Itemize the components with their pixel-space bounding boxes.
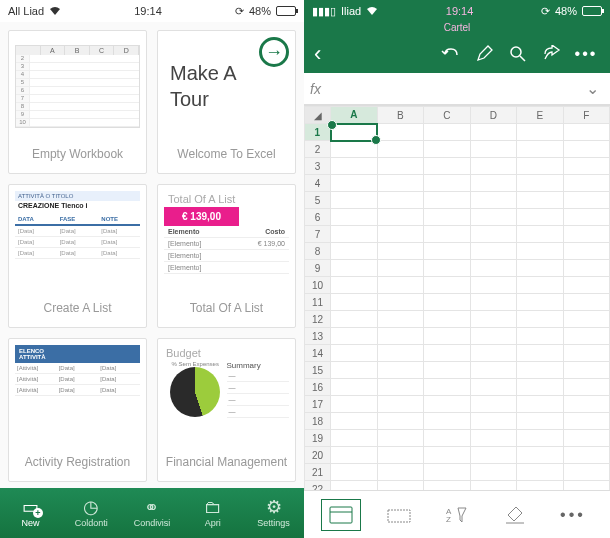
share-button[interactable] (538, 40, 566, 68)
row-header-4[interactable]: 4 (305, 175, 331, 192)
row-header-15[interactable]: 15 (305, 362, 331, 379)
cell-C6[interactable] (424, 209, 471, 226)
cell-E1[interactable] (517, 124, 564, 141)
row-header-19[interactable]: 19 (305, 430, 331, 447)
cell-D14[interactable] (470, 345, 517, 362)
cell-C10[interactable] (424, 277, 471, 294)
row-header-17[interactable]: 17 (305, 396, 331, 413)
cell-E10[interactable] (517, 277, 564, 294)
cell-E6[interactable] (517, 209, 564, 226)
cell-E17[interactable] (517, 396, 564, 413)
cell-A19[interactable] (331, 430, 378, 447)
cell-E9[interactable] (517, 260, 564, 277)
cell-A18[interactable] (331, 413, 378, 430)
cell-C14[interactable] (424, 345, 471, 362)
cell-A21[interactable] (331, 464, 378, 481)
cell-D1[interactable] (470, 124, 517, 141)
row-header-3[interactable]: 3 (305, 158, 331, 175)
cell-C11[interactable] (424, 294, 471, 311)
cell-B15[interactable] (377, 362, 424, 379)
cell-E15[interactable] (517, 362, 564, 379)
cell-D11[interactable] (470, 294, 517, 311)
cell-A3[interactable] (331, 158, 378, 175)
cell-B1[interactable] (377, 124, 424, 141)
cell-C17[interactable] (424, 396, 471, 413)
cell-B20[interactable] (377, 447, 424, 464)
cell-B12[interactable] (377, 311, 424, 328)
row-header-10[interactable]: 10 (305, 277, 331, 294)
cell-A7[interactable] (331, 226, 378, 243)
cell-A1[interactable] (331, 124, 378, 141)
cell-A8[interactable] (331, 243, 378, 260)
cell-E14[interactable] (517, 345, 564, 362)
cell-B6[interactable] (377, 209, 424, 226)
cell-E12[interactable] (517, 311, 564, 328)
cell-C20[interactable] (424, 447, 471, 464)
row-header-12[interactable]: 12 (305, 311, 331, 328)
tab-new[interactable]: ▭ New (0, 488, 61, 538)
cell-D8[interactable] (470, 243, 517, 260)
col-header-D[interactable]: D (470, 107, 517, 124)
col-header-A[interactable]: A (331, 107, 378, 124)
cell-C1[interactable] (424, 124, 471, 141)
cell-D12[interactable] (470, 311, 517, 328)
row-header-11[interactable]: 11 (305, 294, 331, 311)
cell-B18[interactable] (377, 413, 424, 430)
cell-D7[interactable] (470, 226, 517, 243)
cell-B7[interactable] (377, 226, 424, 243)
row-header-9[interactable]: 9 (305, 260, 331, 277)
cell-E20[interactable] (517, 447, 564, 464)
col-header-F[interactable]: F (563, 107, 610, 124)
tab-shared[interactable]: ⚭ Condivisi (122, 488, 183, 538)
cell-E5[interactable] (517, 192, 564, 209)
cell-C4[interactable] (424, 175, 471, 192)
template-welcome-tour[interactable]: Make A Tour → Welcome To Excel (157, 30, 296, 174)
cell-F14[interactable] (563, 345, 610, 362)
cell-A14[interactable] (331, 345, 378, 362)
cell-A17[interactable] (331, 396, 378, 413)
row-header-18[interactable]: 18 (305, 413, 331, 430)
chevron-down-icon[interactable]: ⌄ (580, 79, 604, 98)
cell-B21[interactable] (377, 464, 424, 481)
cell-F20[interactable] (563, 447, 610, 464)
cell-F13[interactable] (563, 328, 610, 345)
tab-open[interactable]: 🗀 Apri (182, 488, 243, 538)
cell-C5[interactable] (424, 192, 471, 209)
cell-F21[interactable] (563, 464, 610, 481)
template-empty-workbook[interactable]: ABCD 234 567 8910 Empty Workbook (8, 30, 147, 174)
more-options-button[interactable]: ••• (553, 499, 593, 531)
cell-D16[interactable] (470, 379, 517, 396)
cell-C9[interactable] (424, 260, 471, 277)
cell-A5[interactable] (331, 192, 378, 209)
cell-C18[interactable] (424, 413, 471, 430)
row-header-20[interactable]: 20 (305, 447, 331, 464)
cell-A12[interactable] (331, 311, 378, 328)
cell-C15[interactable] (424, 362, 471, 379)
cell-D18[interactable] (470, 413, 517, 430)
cell-A9[interactable] (331, 260, 378, 277)
card-view-button[interactable] (321, 499, 361, 531)
cell-C3[interactable] (424, 158, 471, 175)
undo-button[interactable] (436, 40, 464, 68)
cell-B11[interactable] (377, 294, 424, 311)
cell-F3[interactable] (563, 158, 610, 175)
cell-A10[interactable] (331, 277, 378, 294)
tab-recent[interactable]: ◷ Coldonti (61, 488, 122, 538)
cell-F2[interactable] (563, 141, 610, 158)
cell-A15[interactable] (331, 362, 378, 379)
cell-B17[interactable] (377, 396, 424, 413)
cell-F6[interactable] (563, 209, 610, 226)
row-header-7[interactable]: 7 (305, 226, 331, 243)
back-button[interactable]: ‹ (314, 41, 336, 67)
cell-A11[interactable] (331, 294, 378, 311)
cell-D17[interactable] (470, 396, 517, 413)
cell-B10[interactable] (377, 277, 424, 294)
more-button[interactable]: ••• (572, 40, 600, 68)
cell-A2[interactable] (331, 141, 378, 158)
col-header-B[interactable]: B (377, 107, 424, 124)
cell-D10[interactable] (470, 277, 517, 294)
cell-D13[interactable] (470, 328, 517, 345)
cell-F10[interactable] (563, 277, 610, 294)
cell-D21[interactable] (470, 464, 517, 481)
cell-D15[interactable] (470, 362, 517, 379)
